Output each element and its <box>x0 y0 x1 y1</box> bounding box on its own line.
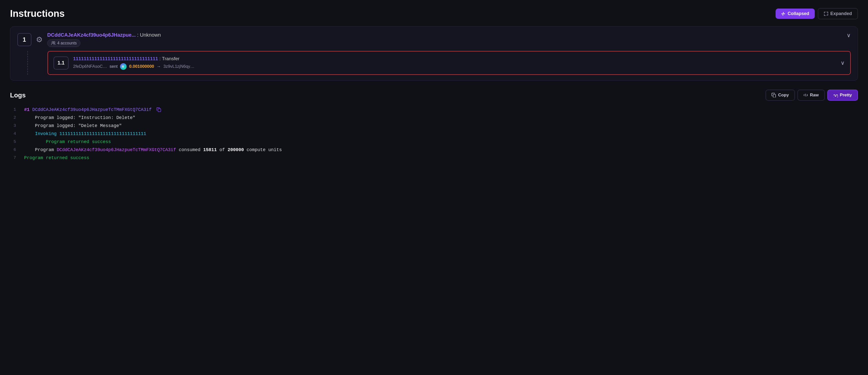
instruction-row-1: 1 ⚙ DCddCAJeAKz4cf39uo4p6JHazpue... : Un… <box>17 32 851 47</box>
log-text-7: Program returned success <box>24 156 858 160</box>
accounts-badge: 4 accounts <box>47 39 81 47</box>
svg-rect-5 <box>158 109 161 112</box>
log-line-1: 1 #1 DCddCAJeAKz4cf39uo4p6JHazpueTcTMmFX… <box>10 106 858 114</box>
svg-line-4 <box>805 94 806 97</box>
copy-label: Copy <box>778 93 789 98</box>
log-text-6: Program DCddCAJeAKz4cf39uo4p6JHazpueTcTM… <box>24 147 858 152</box>
line-number-1: 1 <box>10 107 16 112</box>
accounts-icon <box>51 41 56 45</box>
sub-program-name: 11111111111111111111111111111111 : Trans… <box>73 56 836 62</box>
line-number-7: 7 <box>10 156 16 160</box>
transfer-arrow: → <box>157 64 161 69</box>
line-number-5: 5 <box>10 139 16 144</box>
line-number-2: 2 <box>10 115 16 120</box>
page-title: Instructions <box>10 8 65 19</box>
logs-content: 1 #1 DCddCAJeAKz4cf39uo4p6JHazpueTcTMmFX… <box>10 106 858 162</box>
page-header: Instructions Collapsed Expanded <box>10 8 858 19</box>
transfer-amount: 0.001000000 <box>129 64 154 69</box>
recipient-address: 3z9vL1zjN6qy… <box>163 64 195 69</box>
copy-icon <box>772 93 776 97</box>
expand-icon <box>824 11 828 16</box>
logs-actions: Copy Raw Pretty <box>766 90 858 101</box>
sub-chevron[interactable]: ∨ <box>841 60 845 66</box>
pretty-icon <box>833 93 838 97</box>
log-line-6: 6 Program DCddCAJeAKz4cf39uo4p6JHazpueTc… <box>10 146 858 154</box>
sub-instruction-meta: 11111111111111111111111111111111 : Trans… <box>73 56 836 70</box>
raw-icon <box>803 93 808 97</box>
line-number-4: 4 <box>10 131 16 136</box>
log-text-5: Program returned success <box>24 139 858 144</box>
log-text-2: Program logged: "Instruction: Delete" <box>24 115 858 120</box>
address-1[interactable]: DCddCAJeAKz4cf39uo4p6JHazpueTcTMmFXGtQ7C… <box>32 107 151 112</box>
copy-button[interactable]: Copy <box>766 90 795 101</box>
gear-icon: ⚙ <box>36 35 43 44</box>
view-toggle: Collapsed Expanded <box>776 8 858 19</box>
raw-label: Raw <box>810 93 819 98</box>
sub-instruction-index: 1.1 <box>54 57 68 70</box>
log-line-7: 7 Program returned success <box>10 154 858 162</box>
logs-title: Logs <box>10 91 26 99</box>
line-number-6: 6 <box>10 147 16 152</box>
log-line-4: 4 Invoking 11111111111111111111111111111… <box>10 130 858 138</box>
solana-icon <box>120 63 127 70</box>
svg-point-1 <box>54 41 55 43</box>
transfer-row: 2feDp6NFAsoC… sent <box>73 63 836 70</box>
log-line-3: 3 Program logged: "Delete Message" <box>10 122 858 130</box>
collapse-icon <box>781 11 786 16</box>
instruction-index-1: 1 <box>17 33 31 46</box>
sub-instruction-1-1: 1.1 11111111111111111111111111111111 : T… <box>48 51 851 75</box>
raw-button[interactable]: Raw <box>798 90 825 101</box>
sent-label: sent <box>110 64 118 69</box>
collapsed-label: Collapsed <box>787 11 809 16</box>
svg-rect-3 <box>773 94 776 97</box>
copy-inline-icon[interactable] <box>156 107 161 112</box>
program-name-1: DCddCAJeAKz4cf39uo4p6JHazpue... : Unknow… <box>47 32 842 38</box>
log-line-2: 2 Program logged: "Instruction: Delete" <box>10 114 858 122</box>
sub-instruction-connector: 1.1 11111111111111111111111111111111 : T… <box>27 51 851 75</box>
expanded-view-button[interactable]: Expanded <box>818 8 858 19</box>
instructions-card: 1 ⚙ DCddCAJeAKz4cf39uo4p6JHazpue... : Un… <box>10 26 858 80</box>
svg-point-0 <box>52 41 54 43</box>
log-text-3: Program logged: "Delete Message" <box>24 123 858 128</box>
pretty-label: Pretty <box>840 93 852 98</box>
expanded-label: Expanded <box>830 11 852 16</box>
collapsed-view-button[interactable]: Collapsed <box>776 8 815 19</box>
instruction-meta-1: DCddCAJeAKz4cf39uo4p6JHazpue... : Unknow… <box>47 32 842 47</box>
logs-header: Logs Copy Raw Pretty <box>10 90 858 101</box>
logs-section: Logs Copy Raw Pretty <box>10 90 858 162</box>
line-number-3: 3 <box>10 123 16 128</box>
sender-address: 2feDp6NFAsoC… <box>73 64 107 69</box>
chevron-1[interactable]: ∨ <box>847 32 851 39</box>
log-line-5: 5 Program returned success <box>10 138 858 146</box>
log-text-1: #1 DCddCAJeAKz4cf39uo4p6JHazpueTcTMmFXGt… <box>24 107 858 112</box>
log-text-4: Invoking 1111111111111111111111111111111… <box>24 131 858 136</box>
pretty-button[interactable]: Pretty <box>827 90 858 101</box>
